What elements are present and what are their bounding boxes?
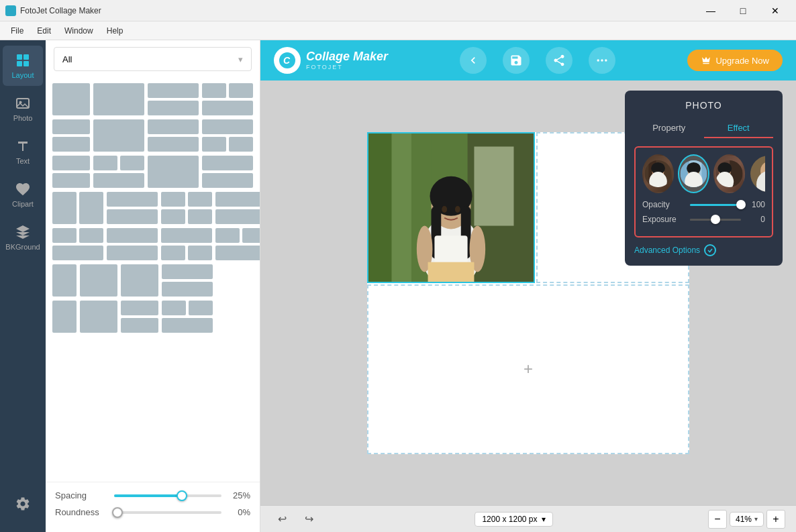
layout-thumb[interactable] — [242, 228, 260, 243]
sidebar-item-text[interactable]: Text — [3, 131, 43, 172]
layout-thumb[interactable] — [215, 209, 260, 224]
layout-thumb[interactable] — [79, 228, 103, 243]
layout-thumb[interactable] — [215, 246, 260, 260]
layout-thumb[interactable] — [161, 209, 185, 224]
tab-effect[interactable]: Effect — [704, 119, 774, 138]
layout-thumb[interactable] — [188, 192, 212, 207]
layout-thumb[interactable] — [148, 83, 199, 98]
layout-thumb[interactable] — [93, 156, 117, 170]
opacity-thumb[interactable] — [736, 200, 746, 209]
layout-thumb[interactable] — [52, 246, 103, 260]
canvas-size-selector[interactable]: 1200 x 1200 px ▾ — [475, 512, 552, 527]
checkmark-icon — [707, 247, 713, 254]
sidebar-item-layout[interactable]: Layout — [3, 46, 43, 86]
layout-thumb[interactable] — [202, 119, 253, 134]
layout-thumb[interactable] — [107, 209, 158, 224]
layout-thumb[interactable] — [52, 156, 90, 170]
layout-thumb[interactable] — [202, 101, 253, 115]
minimize-button[interactable]: — — [695, 0, 726, 21]
effect-thumb-2[interactable] — [678, 154, 709, 193]
layout-thumb[interactable] — [52, 264, 77, 297]
layout-thumb[interactable] — [52, 137, 90, 152]
menu-file[interactable]: File — [5, 24, 29, 38]
sidebar-item-bkground[interactable]: BKGround — [3, 217, 43, 258]
layout-thumb[interactable] — [161, 192, 185, 207]
canvas-cell-empty-bottom[interactable]: + — [367, 284, 689, 454]
menu-help[interactable]: Help — [101, 24, 129, 38]
share-button[interactable] — [546, 47, 573, 74]
layout-thumb[interactable] — [80, 301, 117, 333]
menu-window[interactable]: Window — [59, 24, 99, 38]
layout-thumb[interactable] — [52, 228, 77, 243]
layout-icon — [15, 52, 31, 68]
upgrade-button[interactable]: Upgrade Now — [687, 50, 783, 71]
layout-thumb[interactable] — [52, 119, 90, 134]
menu-edit[interactable]: Edit — [32, 24, 56, 38]
undo-button[interactable]: ↩ — [271, 510, 293, 529]
layout-thumb[interactable] — [107, 192, 158, 207]
layout-thumb[interactable] — [188, 246, 212, 260]
close-button[interactable]: ✕ — [760, 0, 791, 21]
layout-thumb[interactable] — [121, 264, 158, 297]
layout-thumb[interactable] — [202, 137, 226, 152]
layout-sub-row — [161, 209, 212, 224]
layout-thumb[interactable] — [52, 301, 77, 333]
layout-thumb[interactable] — [229, 137, 253, 152]
layout-thumb[interactable] — [188, 209, 212, 224]
layout-thumb[interactable] — [93, 119, 144, 152]
exposure-thumb[interactable] — [711, 215, 720, 224]
sidebar-item-bkground-label: BKGround — [5, 243, 40, 251]
effect-thumb-1[interactable] — [642, 154, 674, 193]
layout-thumb[interactable] — [121, 301, 158, 315]
layout-thumb[interactable] — [161, 246, 185, 260]
layout-thumb[interactable] — [52, 173, 90, 188]
advanced-options[interactable]: Advanced Options — [634, 244, 773, 256]
layout-dropdown[interactable]: All ▾ — [54, 47, 252, 71]
layout-thumb[interactable] — [107, 228, 158, 243]
text-icon — [15, 138, 31, 154]
canvas-cell-photo[interactable] — [367, 132, 535, 283]
layout-thumb[interactable] — [52, 192, 77, 224]
layout-thumb[interactable] — [202, 83, 226, 98]
sidebar-item-settings[interactable] — [3, 484, 43, 524]
zoom-in-button[interactable]: + — [766, 510, 785, 529]
effect-thumb-3[interactable] — [713, 154, 745, 193]
layout-thumb[interactable] — [148, 101, 199, 115]
spacing-thumb[interactable] — [177, 490, 187, 501]
save-button[interactable] — [503, 47, 530, 74]
redo-button[interactable]: ↪ — [298, 510, 319, 529]
effect-thumb-4-partial[interactable] — [749, 154, 765, 193]
layout-thumb[interactable] — [120, 156, 144, 170]
layout-thumb[interactable] — [229, 83, 253, 98]
layout-thumb[interactable] — [202, 173, 253, 188]
layout-thumb[interactable] — [148, 137, 199, 152]
layout-thumb[interactable] — [162, 318, 213, 333]
layout-thumb[interactable] — [148, 119, 199, 134]
more-button[interactable] — [589, 47, 615, 74]
layout-thumb[interactable] — [215, 192, 260, 207]
layout-thumb[interactable] — [79, 192, 103, 224]
layout-thumb[interactable] — [202, 156, 253, 170]
layout-thumb[interactable] — [93, 173, 144, 188]
layout-thumb[interactable] — [162, 282, 213, 297]
svg-point-33 — [649, 172, 667, 192]
layout-thumb[interactable] — [215, 228, 240, 243]
sidebar-item-clipart[interactable]: Clipart — [3, 174, 43, 215]
layout-thumb[interactable] — [80, 264, 117, 297]
layout-thumb[interactable] — [162, 264, 213, 279]
sidebar-item-photo[interactable]: Photo — [3, 89, 43, 129]
fotojet-logo-svg: C — [279, 52, 296, 69]
maximize-button[interactable]: □ — [728, 0, 758, 21]
layout-thumb[interactable] — [52, 83, 90, 115]
layout-thumb[interactable] — [189, 301, 213, 315]
roundness-thumb[interactable] — [112, 507, 123, 518]
layout-thumb[interactable] — [107, 246, 158, 260]
layout-thumb[interactable] — [121, 318, 158, 333]
layout-thumb[interactable] — [148, 156, 199, 188]
back-button[interactable] — [460, 47, 487, 74]
layout-thumb[interactable] — [161, 228, 212, 243]
tab-property[interactable]: Property — [634, 119, 704, 138]
layout-thumb[interactable] — [93, 83, 144, 115]
layout-thumb[interactable] — [162, 301, 186, 315]
zoom-out-button[interactable]: − — [708, 510, 727, 529]
